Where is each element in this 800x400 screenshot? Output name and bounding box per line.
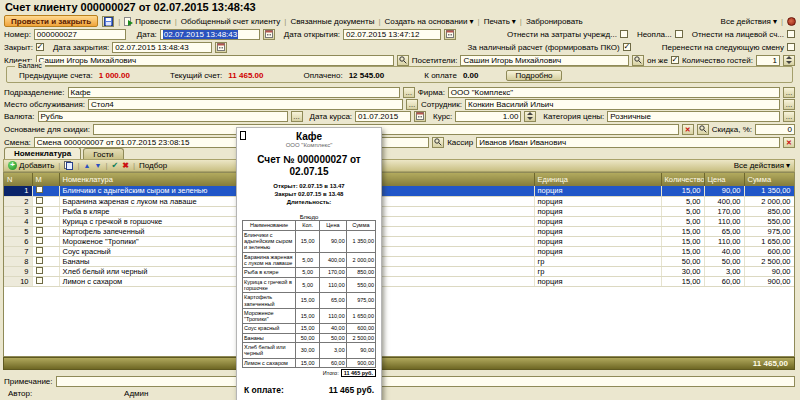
row-checkbox[interactable] xyxy=(36,207,43,214)
search-icon[interactable] xyxy=(697,124,709,135)
choose-icon[interactable]: … xyxy=(291,111,303,122)
calendar-icon[interactable] xyxy=(414,111,426,122)
receipt-cell-name: Рыба в кляре xyxy=(243,268,296,277)
table-row[interactable]: 3 Рыба в кляре порция 5,00 170,00 850,00 xyxy=(4,206,794,216)
note-field[interactable] xyxy=(56,376,795,387)
unpaid-checkbox[interactable] xyxy=(675,30,683,38)
table-row[interactable]: 8 Бананы гр 50,00 50,00 2 500,00 xyxy=(4,256,794,266)
search-icon[interactable] xyxy=(632,55,644,66)
receipt-cell-sum: 600,00 xyxy=(346,324,375,333)
tab-nomenclature[interactable]: Номенклатура xyxy=(4,147,81,159)
row-checkbox[interactable] xyxy=(36,257,43,264)
pick-button[interactable]: Подбор xyxy=(139,161,167,170)
move-up-icon[interactable]: ▲ xyxy=(84,162,91,169)
calendar-icon[interactable] xyxy=(263,29,275,40)
table-row[interactable]: 10 Лимон с сахаром порция 15,00 60,00 90… xyxy=(4,276,794,286)
choose-icon[interactable]: … xyxy=(783,111,795,122)
receipt-cell-sum: 90,00 xyxy=(346,343,375,359)
cash-checkbox[interactable]: ✓ xyxy=(623,43,631,51)
row-checkbox[interactable] xyxy=(36,186,43,193)
next-shift-checkbox[interactable] xyxy=(787,43,795,51)
table-row[interactable]: 9 Хлеб белый или черный гр 30,00 3,00 90… xyxy=(4,266,794,276)
row-note: Примечание: xyxy=(4,375,795,387)
receipt-preview: Кафе ООО "Комплекс" Счет № 000000027 от … xyxy=(236,127,382,400)
col-m[interactable]: M xyxy=(32,173,59,186)
cell-unit: гр xyxy=(534,266,661,276)
table-row[interactable]: 6 Мороженое "Тропики" порция 15,00 110,0… xyxy=(4,236,794,246)
number-field[interactable]: 000000027 xyxy=(34,29,126,40)
choose-icon[interactable]: … xyxy=(783,87,795,98)
discount-basis-field[interactable] xyxy=(93,124,679,135)
calendar-icon[interactable] xyxy=(215,42,227,53)
choose-icon[interactable]: … xyxy=(406,99,418,110)
rate-date-field[interactable]: 01.07.2015 xyxy=(355,111,411,122)
col-n[interactable]: N xyxy=(4,173,32,186)
add-row-button[interactable]: +Добавить xyxy=(8,161,54,170)
help-icon[interactable] xyxy=(787,17,796,26)
table-row[interactable]: 2 Баранина жареная с луком на лаваше пор… xyxy=(4,196,794,206)
save-icon[interactable] xyxy=(102,16,114,27)
clear-icon[interactable]: ✕ xyxy=(783,137,795,148)
discount-field[interactable]: 0 xyxy=(755,124,795,135)
cell-sum: 90,00 xyxy=(744,266,794,276)
close-date-field[interactable]: 02.07.2015 13:48:43 xyxy=(112,42,212,53)
rate-field[interactable]: 1.00 xyxy=(455,111,521,122)
row-checkbox[interactable] xyxy=(36,277,43,284)
cell-price: 110,00 xyxy=(704,216,744,226)
calendar-icon[interactable] xyxy=(444,29,456,40)
table-row[interactable]: 7 Соус красный порция 15,00 40,00 600,00 xyxy=(4,246,794,256)
spinner-icon[interactable] xyxy=(524,111,536,122)
table-row[interactable]: 5 Картофель запеченный порция 15,00 65,0… xyxy=(4,226,794,236)
row-checkbox[interactable] xyxy=(36,267,43,274)
table-row[interactable]: 4 Курица с гречкой в горшочке порция 5,0… xyxy=(4,216,794,226)
set-mark-icon[interactable]: ✔ xyxy=(111,161,118,170)
col-sum[interactable]: Сумма xyxy=(744,173,794,186)
row-checkbox[interactable] xyxy=(36,197,43,204)
unset-mark-icon[interactable]: ✖ xyxy=(122,161,129,170)
cashier-field[interactable]: Иванов Иван Иванович xyxy=(476,137,780,148)
tab-guests[interactable]: Гости xyxy=(83,148,123,159)
personal-account-checkbox[interactable] xyxy=(787,30,795,38)
firm-field[interactable]: ООО "Комплекс" xyxy=(448,87,780,98)
search-icon[interactable] xyxy=(432,137,444,148)
closed-checkbox[interactable]: ✓ xyxy=(36,43,44,51)
client-field[interactable]: Сашин Игорь Михайлович xyxy=(36,55,394,66)
print-button[interactable]: Печать▾ xyxy=(484,17,516,26)
row-checkbox[interactable] xyxy=(36,247,43,254)
post-button[interactable]: Провести xyxy=(124,17,170,26)
place-field[interactable]: Стол4 xyxy=(88,99,403,110)
copy-row-icon[interactable] xyxy=(64,161,73,170)
row-checkbox[interactable] xyxy=(36,237,43,244)
search-icon[interactable] xyxy=(397,55,409,66)
choose-icon[interactable]: … xyxy=(403,87,415,98)
move-down-icon[interactable]: ▼ xyxy=(94,162,101,169)
costs-checkbox[interactable] xyxy=(620,30,628,38)
details-button[interactable]: Подробно xyxy=(506,70,561,81)
col-price[interactable]: Цена xyxy=(704,173,744,186)
post-and-close-button[interactable]: Провести и закрыть xyxy=(4,15,98,27)
currency-field[interactable]: Рубль xyxy=(38,111,288,122)
reserve-button[interactable]: Забронировать xyxy=(526,17,583,26)
related-docs-button[interactable]: Связанные документы xyxy=(290,17,374,26)
col-unit[interactable]: Единица xyxy=(534,173,661,186)
date-field[interactable]: 02.07.2015 13:48:43 xyxy=(160,29,260,40)
table-row[interactable]: 1 Блинчики с адыгейским сыром и зеленью … xyxy=(4,186,794,196)
same-person-checkbox[interactable]: ✓ xyxy=(671,56,679,64)
row-checkbox[interactable] xyxy=(36,227,43,234)
employee-field[interactable]: Конкин Василий Ильич xyxy=(465,99,780,110)
choose-icon[interactable]: … xyxy=(783,99,795,110)
all-actions-button[interactable]: Все действия▾ xyxy=(721,17,777,26)
clear-icon[interactable]: ✕ xyxy=(682,124,694,135)
open-date-field[interactable]: 02.07.2015 13:47:12 xyxy=(343,29,441,40)
department-field[interactable]: Кафе xyxy=(68,87,400,98)
grid-all-actions-button[interactable]: Все действия▾ xyxy=(734,161,790,170)
cell-mark xyxy=(32,216,59,226)
col-qty[interactable]: Количество xyxy=(661,173,704,186)
price-category-field[interactable]: Розничные xyxy=(607,111,780,122)
visitors-field[interactable]: Сашин Игорь Михайлович xyxy=(460,55,629,66)
guests-field[interactable]: 1 xyxy=(756,55,780,66)
row-checkbox[interactable] xyxy=(36,217,43,224)
summary-invoice-button[interactable]: Обобщенный счет клиенту xyxy=(181,17,281,26)
create-from-button[interactable]: Создать на основании▾ xyxy=(385,17,474,26)
spinner-icon[interactable] xyxy=(783,55,795,66)
